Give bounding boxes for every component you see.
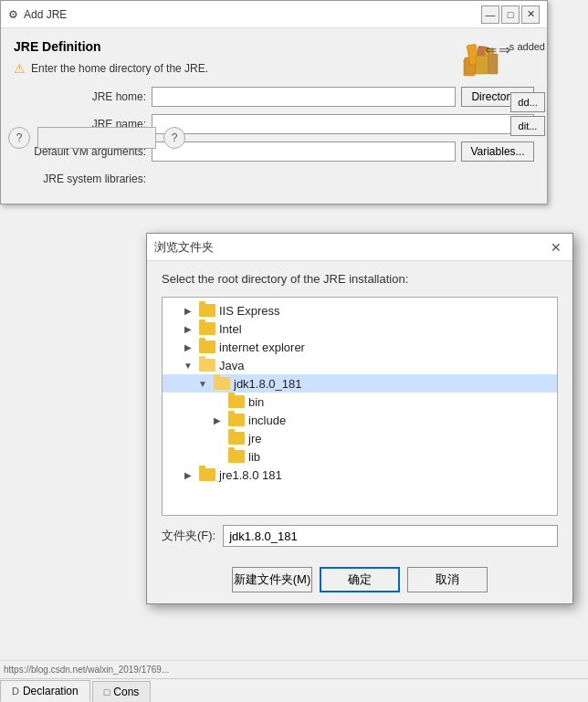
dialog-body: Select the root directory of the JRE ins… — [147, 261, 572, 558]
back-arrow[interactable]: ⇐ — [485, 41, 497, 58]
jre-home-input[interactable] — [152, 87, 456, 107]
toggle-include[interactable]: ▶ — [210, 413, 225, 427]
tab-cons-icon: □ — [104, 686, 110, 697]
sys-libs-label: JRE system libraries: — [14, 173, 146, 185]
label-include: include — [248, 414, 286, 427]
tree-item-include[interactable]: ▶ include — [163, 411, 557, 429]
label-java: Java — [219, 359, 244, 372]
toggle-jre181[interactable]: ▶ — [181, 467, 195, 482]
jre-home-label: JRE home: — [14, 90, 146, 103]
svg-rect-5 — [476, 56, 488, 74]
minimize-btn[interactable]: — — [481, 5, 499, 24]
folder-icon-jdk181 — [214, 377, 230, 390]
warning-row: ⚠ Enter the home directory of the JRE. — [14, 61, 534, 76]
dialog-title: 浏览文件夹 — [154, 239, 214, 256]
vm-args-input[interactable] — [152, 141, 456, 162]
label-iis: IIS Express — [219, 304, 279, 318]
nav-arrows: ⇐ ⇒ — [485, 41, 510, 58]
folder-icon-ie — [199, 341, 215, 353]
toggle-iis[interactable]: ▶ — [181, 303, 195, 318]
jre-name-input[interactable] — [152, 114, 534, 134]
tree-item-iis[interactable]: ▶ IIS Express — [163, 301, 557, 320]
folder-icon-iis — [199, 304, 215, 317]
label-jre181: jre1.8.0 181 — [219, 468, 282, 482]
forward-arrow[interactable]: ⇒ — [499, 41, 510, 58]
help-icon-2[interactable]: ? — [163, 127, 185, 149]
window-icon: ⚙ — [8, 8, 18, 21]
warning-text: Enter the home directory of the JRE. — [31, 62, 208, 75]
jre-home-row: JRE home: Directory... — [14, 87, 534, 107]
warning-icon: ⚠ — [14, 61, 26, 76]
variables-button[interactable]: Variables... — [461, 141, 534, 162]
tree-item-ie[interactable]: ▶ internet explorer — [163, 338, 557, 356]
folder-icon-bin — [228, 395, 245, 408]
tab-declaration-icon: D — [12, 686, 19, 697]
url-bar: https://blog.csdn.net/walxin_2019/1769..… — [0, 660, 588, 678]
file-input-label: 文件夹(F): — [162, 528, 215, 544]
toggle-jdk181[interactable]: ▼ — [195, 376, 210, 391]
tree-item-jdk181[interactable]: ▼ jdk1.8.0_181 — [163, 374, 557, 393]
label-bin: bin — [248, 395, 264, 409]
tree-item-lib[interactable]: ▶ lib — [163, 447, 557, 466]
folder-icon-intel — [199, 322, 215, 335]
file-input-row: 文件夹(F): — [162, 525, 558, 547]
cancel-button[interactable]: 取消 — [407, 567, 488, 592]
side-added-text: s added — [509, 41, 545, 52]
maximize-btn[interactable]: □ — [501, 5, 520, 24]
toggle-intel[interactable]: ▶ — [181, 321, 195, 336]
folder-icon-jre — [228, 432, 245, 445]
label-ie: internet explorer — [219, 341, 305, 354]
section-title: JRE Definition — [14, 39, 534, 54]
tree-item-intel[interactable]: ▶ Intel — [163, 320, 557, 338]
tab-cons-label: Cons — [113, 686, 139, 698]
label-intel: Intel — [219, 322, 242, 336]
tab-declaration-label: Declaration — [23, 685, 79, 697]
folder-tree[interactable]: ▶ IIS Express ▶ Intel ▶ internet explore… — [162, 297, 558, 516]
close-btn[interactable]: ✕ — [521, 5, 540, 24]
confirm-button[interactable]: 确定 — [320, 567, 400, 592]
folder-path-input[interactable] — [223, 525, 558, 547]
tree-item-bin[interactable]: ▶ bin — [163, 393, 557, 411]
tree-item-java[interactable]: ▼ Java — [163, 356, 557, 374]
new-folder-button[interactable]: 新建文件夹(M) — [232, 567, 312, 592]
dialog-close-button[interactable]: ✕ — [547, 238, 565, 257]
dit-button[interactable]: dit... — [510, 116, 545, 136]
tab-declaration[interactable]: D Declaration — [0, 680, 90, 702]
right-buttons: dd... dit... — [510, 92, 545, 136]
tree-item-jre[interactable]: ▶ jre — [163, 429, 557, 447]
dialog-footer: 新建文件夹(M) 确定 取消 — [147, 558, 572, 603]
folder-icon-jre181 — [199, 468, 215, 481]
toggle-java[interactable]: ▼ — [181, 358, 195, 372]
sys-libs-row: JRE system libraries: — [14, 169, 534, 185]
browse-dialog: 浏览文件夹 ✕ Select the root directory of the… — [146, 233, 573, 604]
tree-item-jre181[interactable]: ▶ jre1.8.0 181 — [163, 466, 557, 484]
label-jre: jre — [248, 432, 261, 445]
add-jre-window: ⚙ Add JRE — □ ✕ JRE Definition ⚠ Enter t… — [0, 0, 548, 204]
bottom-tab-bar: D Declaration □ Cons — [0, 678, 588, 702]
bottom-placeholder — [37, 127, 156, 149]
bottom-help-icons: ? ? — [8, 127, 185, 149]
url-text: https://blog.csdn.net/walxin_2019/1769..… — [4, 665, 169, 675]
folder-icon-java — [199, 359, 215, 372]
window-title: Add JRE — [24, 8, 67, 21]
dialog-description: Select the root directory of the JRE ins… — [162, 272, 558, 286]
window-controls: — □ ✕ — [481, 5, 540, 24]
toggle-ie[interactable]: ▶ — [181, 340, 195, 354]
label-lib: lib — [248, 450, 260, 464]
add-jre-titlebar: ⚙ Add JRE — □ ✕ — [1, 1, 547, 28]
dd-button[interactable]: dd... — [510, 92, 545, 112]
tab-cons[interactable]: □ Cons — [92, 681, 152, 702]
folder-icon-lib — [228, 450, 245, 463]
label-jdk181: jdk1.8.0_181 — [234, 377, 301, 391]
dialog-titlebar: 浏览文件夹 ✕ — [147, 234, 572, 261]
folder-icon-include — [228, 414, 245, 426]
help-icon-1[interactable]: ? — [8, 127, 30, 149]
